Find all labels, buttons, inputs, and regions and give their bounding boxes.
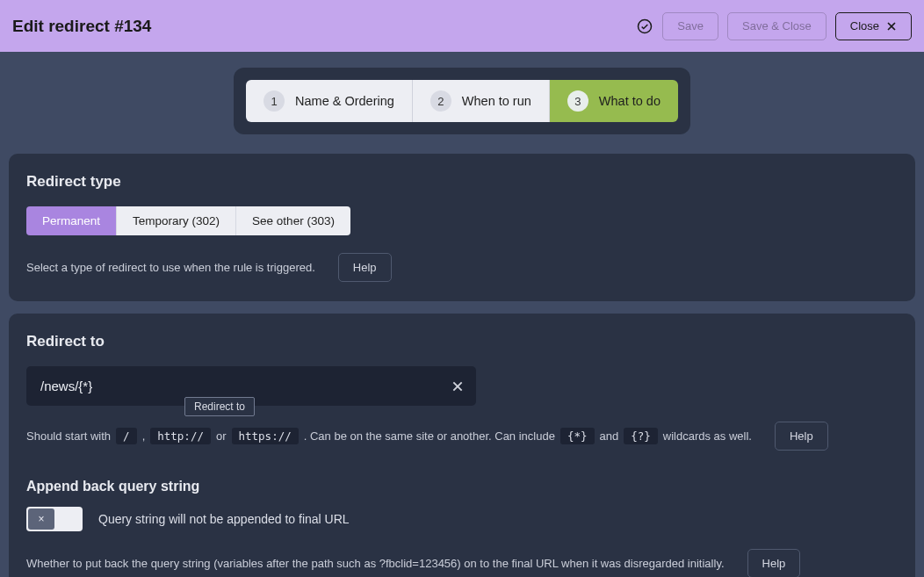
option-see-other[interactable]: See other (303) — [235, 206, 350, 235]
step-when-to-run[interactable]: 2 When to run — [412, 80, 549, 122]
help-button[interactable]: Help — [747, 549, 801, 577]
redirect-type-selector: Permanent Temporary (302) See other (303… — [26, 206, 350, 235]
close-icon — [451, 380, 464, 393]
close-button[interactable]: Close — [835, 12, 912, 40]
close-button-label: Close — [850, 19, 879, 32]
close-icon — [886, 21, 897, 32]
hint-text: Select a type of redirect to use when th… — [26, 261, 315, 274]
panel-title: Redirect type — [26, 173, 898, 191]
toggle-knob: × — [28, 508, 54, 530]
hint-text: Whether to put back the query string (va… — [26, 557, 725, 570]
section-title-append-qs: Append back query string — [26, 479, 898, 494]
panel-redirect-to: Redirect to Redirect to Should start wit… — [9, 314, 915, 577]
header-actions: Save Save & Close Close — [636, 12, 912, 40]
svg-point-0 — [639, 19, 652, 32]
option-temporary[interactable]: Temporary (302) — [116, 206, 235, 235]
header: Edit redirect #134 Save Save & Close Clo… — [0, 0, 924, 52]
panel-redirect-type: Redirect type Permanent Temporary (302) … — [9, 154, 915, 301]
code-chip: {*} — [560, 428, 595, 444]
toggle-row: × Query string will not be appended to f… — [26, 507, 898, 531]
redirect-to-hint: Redirect to Should start with / , http:/… — [26, 422, 898, 451]
panel-title: Redirect to — [26, 333, 898, 350]
code-chip: {?} — [624, 428, 658, 444]
step-label: When to run — [462, 94, 531, 108]
page-title: Edit redirect #134 — [12, 17, 151, 36]
code-chip: https:// — [232, 428, 299, 444]
step-number: 3 — [567, 90, 588, 112]
tooltip: Redirect to — [184, 397, 255, 416]
step-number: 1 — [263, 90, 285, 112]
step-number: 2 — [430, 90, 451, 112]
hint-row: Whether to put back the query string (va… — [26, 549, 898, 577]
step-label: What to do — [599, 94, 661, 108]
code-chip: / — [116, 428, 137, 444]
save-button[interactable]: Save — [662, 12, 718, 40]
save-close-button[interactable]: Save & Close — [727, 12, 827, 40]
clear-input-button[interactable] — [448, 377, 467, 396]
toggle-status-label: Query string will not be appended to fin… — [98, 512, 350, 526]
stepper-container: 1 Name & Ordering 2 When to run 3 What t… — [0, 52, 924, 154]
hint-row: Select a type of redirect to use when th… — [26, 253, 898, 282]
help-button[interactable]: Help — [338, 253, 392, 282]
status-ok-icon — [636, 18, 653, 35]
help-button[interactable]: Help — [775, 422, 828, 451]
code-chip: http:// — [150, 428, 211, 444]
option-permanent[interactable]: Permanent — [26, 206, 116, 235]
step-label: Name & Ordering — [295, 94, 394, 108]
stepper: 1 Name & Ordering 2 When to run 3 What t… — [234, 68, 690, 134]
step-name-ordering[interactable]: 1 Name & Ordering — [246, 80, 412, 122]
append-qs-toggle[interactable]: × — [26, 507, 83, 531]
step-what-to-do[interactable]: 3 What to do — [549, 80, 678, 122]
